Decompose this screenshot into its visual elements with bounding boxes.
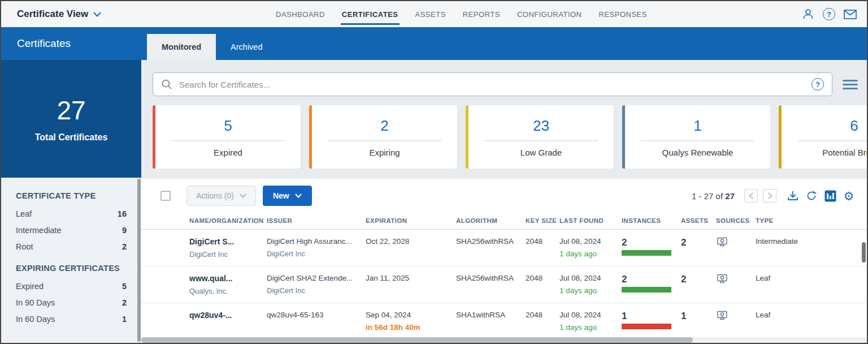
divider xyxy=(484,140,597,141)
nav-dashboard[interactable]: DASHBOARD xyxy=(276,10,325,19)
table-toolbar: Actions (0) New 1 - 27 of 27 xyxy=(141,179,867,212)
new-button[interactable]: New xyxy=(263,186,312,206)
cell-name: www.qual... Qualys, Inc. xyxy=(189,274,267,295)
tab-monitored[interactable]: Monitored xyxy=(147,34,216,60)
horizontal-scrollbar[interactable] xyxy=(141,337,867,343)
menu-icon[interactable] xyxy=(843,78,858,92)
next-page-button[interactable] xyxy=(763,189,776,203)
cell-assets: 2 xyxy=(681,274,716,285)
chevron-down-icon xyxy=(93,12,101,17)
section-expiring-certificates: EXPIRING CERTIFICATES Expired 5 In 90 Da… xyxy=(16,264,127,324)
instances-bar xyxy=(622,324,671,329)
cell-issuer: qw28uv4-65-163 xyxy=(267,311,366,319)
col-instances[interactable]: INSTANCES xyxy=(622,217,681,224)
stat-card-low-grade[interactable]: 23 Low Grade xyxy=(466,105,614,169)
horizontal-scrollbar-thumb[interactable] xyxy=(141,337,693,343)
cell-expiration: Jan 11, 2025 xyxy=(366,274,456,282)
nav-certificates[interactable]: CERTIFICATES xyxy=(342,10,398,19)
asset-scan-source-icon[interactable] xyxy=(716,274,756,285)
view-tabs: Monitored Archived xyxy=(147,27,277,60)
stat-label: Qualys Renewable xyxy=(662,148,734,157)
nav-assets[interactable]: ASSETS xyxy=(415,10,446,19)
refresh-icon[interactable] xyxy=(805,189,818,203)
sidebar-item-intermediate[interactable]: Intermediate 9 xyxy=(16,226,127,235)
stat-cards: 5 Expired 2 Expiring 23 Low Grade 1 Qual… xyxy=(153,105,867,169)
page-header: Certificates Monitored Archived xyxy=(1,27,867,60)
col-assets[interactable]: ASSETS xyxy=(681,217,716,224)
sidebar-filters: CERTIFICATE TYPE Leaf 16 Intermediate 9 … xyxy=(1,178,141,324)
stat-value: 2 xyxy=(380,117,388,135)
section-title: CERTIFICATE TYPE xyxy=(16,191,127,200)
nav-responses[interactable]: RESPONSES xyxy=(599,10,647,19)
gear-icon[interactable]: ⚙ xyxy=(842,189,856,203)
divider xyxy=(171,140,284,141)
app-switcher[interactable]: Certificate View xyxy=(10,8,101,20)
cell-expiration: Oct 22, 2028 xyxy=(366,237,456,246)
tab-archived[interactable]: Archived xyxy=(216,34,277,60)
sidebar-item-in-90-days[interactable]: In 90 Days 2 xyxy=(16,298,127,307)
search-icon xyxy=(161,79,172,90)
cell-expiration: Sep 04, 2024 in 56d 18h 40m xyxy=(366,311,456,332)
stat-card-potential-browser[interactable]: 6 Potential Browse xyxy=(779,105,867,169)
table-row[interactable]: www.qual... Qualys, Inc. DigiCert SHA2 E… xyxy=(141,266,867,303)
section-title: EXPIRING CERTIFICATES xyxy=(16,264,127,273)
col-type[interactable]: TYPE xyxy=(756,217,867,224)
user-icon[interactable] xyxy=(801,7,815,21)
vertical-scrollbar[interactable] xyxy=(862,242,866,263)
search-help-icon[interactable]: ? xyxy=(811,78,824,91)
cell-type: Intermediate xyxy=(756,237,867,246)
search-bar: ? xyxy=(153,72,832,96)
col-last-found[interactable]: LAST FOUND xyxy=(559,217,622,224)
sidebar: 27 Total Certificates CERTIFICATE TYPE L… xyxy=(1,60,141,343)
sidebar-item-expired[interactable]: Expired 5 xyxy=(16,282,127,291)
cell-key-size: 2048 xyxy=(526,311,559,319)
download-icon[interactable] xyxy=(786,189,800,203)
sidebar-item-in-60-days[interactable]: In 60 Days 1 xyxy=(16,315,127,324)
total-certificates-box[interactable]: 27 Total Certificates xyxy=(1,60,141,178)
col-name-organization[interactable]: NAME/ORGANIZATION xyxy=(189,217,267,224)
cell-issuer: DigiCert High Assuranc... DigiCert Inc xyxy=(267,237,366,258)
stat-label: Expired xyxy=(214,148,242,157)
cell-key-size: 2048 xyxy=(526,237,559,246)
stat-card-expired[interactable]: 5 Expired xyxy=(153,105,301,169)
cell-algorithm: SHA256withRSA xyxy=(456,274,526,282)
col-algorithm[interactable]: ALGORITHM xyxy=(456,217,526,224)
sidebar-item-root[interactable]: Root 2 xyxy=(16,242,127,251)
cell-issuer: DigiCert SHA2 Extende... DigiCert Inc xyxy=(267,274,366,295)
divider xyxy=(797,140,867,141)
cell-assets: 1 xyxy=(681,311,716,322)
table-row[interactable]: DigiCert S... DigiCert Inc DigiCert High… xyxy=(141,230,867,266)
actions-button[interactable]: Actions (0) xyxy=(186,186,256,206)
top-bar: Certificate View DASHBOARD CERTIFICATES … xyxy=(1,1,867,27)
help-icon[interactable]: ? xyxy=(822,7,836,21)
mail-icon[interactable] xyxy=(843,7,857,21)
cell-assets: 2 xyxy=(681,237,716,248)
sidebar-item-leaf[interactable]: Leaf 16 xyxy=(16,209,127,218)
asset-scan-source-icon[interactable] xyxy=(716,237,756,248)
asset-scan-source-icon[interactable] xyxy=(716,311,756,321)
col-sources[interactable]: SOURCES xyxy=(716,217,756,224)
stat-label: Expiring xyxy=(369,148,400,157)
cell-last-found: Jul 08, 2024 1 days ago xyxy=(559,311,622,332)
total-certificates-label: Total Certificates xyxy=(35,132,108,143)
stat-card-qualys-renewable[interactable]: 1 Qualys Renewable xyxy=(622,105,770,169)
cell-last-found: Jul 08, 2024 1 days ago xyxy=(559,237,622,258)
topbar-icons: ? xyxy=(801,7,857,21)
nav-reports[interactable]: REPORTS xyxy=(463,10,500,19)
col-key-size[interactable]: KEY SIZE xyxy=(526,217,559,224)
col-expiration[interactable]: EXPIRATION xyxy=(366,217,456,224)
search-input[interactable] xyxy=(179,80,805,89)
table-header-row: NAME/ORGANIZATION ISSUER EXPIRATION ALGO… xyxy=(141,212,867,230)
nav-configuration[interactable]: CONFIGURATION xyxy=(517,10,582,19)
prev-page-button[interactable] xyxy=(744,189,758,203)
cell-key-size: 2048 xyxy=(526,274,559,282)
cell-instances: 2 xyxy=(622,274,681,293)
main-content: ? 5 Expired 2 Expiring 23 Low Grade xyxy=(141,60,867,343)
select-all-checkbox[interactable] xyxy=(160,191,171,201)
col-issuer[interactable]: ISSUER xyxy=(267,217,366,224)
table-row[interactable]: qw28uv4-... qw28uv4-65-163 Sep 04, 2024 … xyxy=(141,303,867,340)
chart-view-icon[interactable] xyxy=(823,189,837,203)
stat-value: 6 xyxy=(850,117,858,135)
stat-card-expiring[interactable]: 2 Expiring xyxy=(309,105,457,169)
sidebar-scrollbar[interactable] xyxy=(137,179,141,342)
